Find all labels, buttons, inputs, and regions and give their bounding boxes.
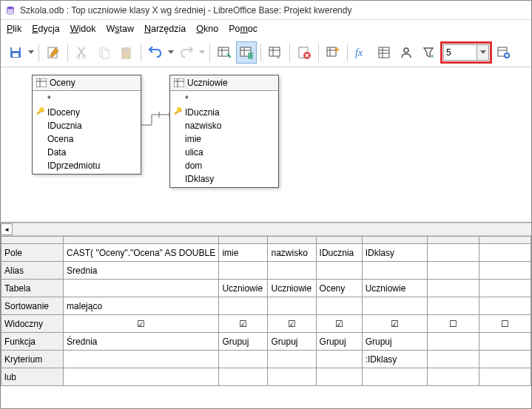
- cell-alias[interactable]: [316, 262, 362, 280]
- cell-tabela[interactable]: Uczniowie: [362, 280, 427, 297]
- cell-tabela[interactable]: [479, 280, 531, 297]
- cell-kryterium[interactable]: [316, 351, 362, 368]
- table-uczniowie-header[interactable]: Uczniowie: [170, 75, 278, 91]
- cell-pole[interactable]: IDklasy: [362, 244, 427, 262]
- horizontal-scrollbar[interactable]: ◄: [1, 223, 531, 236]
- query-props-button[interactable]: [494, 41, 514, 64]
- cell-tabela[interactable]: Oceny: [316, 280, 362, 297]
- run-query-button[interactable]: [214, 41, 235, 64]
- cell-kryterium[interactable]: [268, 351, 316, 368]
- cell-lub[interactable]: [64, 368, 219, 386]
- edit-button[interactable]: [43, 41, 64, 64]
- distinct-button[interactable]: [418, 41, 439, 64]
- field-star[interactable]: *: [33, 92, 141, 106]
- cut-button[interactable]: [72, 41, 92, 64]
- cell-funkcja[interactable]: Grupuj: [219, 333, 268, 351]
- clear-query-button[interactable]: [294, 41, 314, 64]
- field-imie[interactable]: imie: [170, 132, 278, 146]
- tables-view-button[interactable]: [374, 41, 394, 64]
- field-iducznia[interactable]: IDucznia: [170, 106, 278, 119]
- cell-kryterium[interactable]: [427, 351, 479, 368]
- col-header[interactable]: [64, 237, 219, 244]
- col-header[interactable]: [219, 237, 268, 244]
- add-table-button[interactable]: [323, 41, 343, 64]
- cell-visible[interactable]: ☑: [219, 315, 268, 333]
- cell-tabela[interactable]: Uczniowie: [268, 280, 316, 297]
- menu-plik[interactable]: Plik: [7, 24, 21, 34]
- join-line[interactable]: [141, 112, 171, 134]
- limit-input[interactable]: [443, 44, 477, 61]
- table-oceny-header[interactable]: Oceny: [33, 75, 141, 91]
- save-button[interactable]: [5, 41, 26, 64]
- cell-sort[interactable]: malejąco: [64, 297, 219, 315]
- cell-sort[interactable]: [219, 297, 268, 315]
- menu-wstaw[interactable]: Wstaw: [106, 24, 134, 34]
- paste-button[interactable]: [116, 41, 137, 64]
- cell-sort[interactable]: [268, 297, 316, 315]
- cell-pole[interactable]: nazwisko: [268, 244, 316, 262]
- cell-funkcja[interactable]: Grupuj: [362, 333, 427, 351]
- undo-dropdown[interactable]: [167, 41, 175, 64]
- cell-funkcja[interactable]: Grupuj: [316, 333, 362, 351]
- aliases-button[interactable]: [396, 41, 417, 64]
- cell-alias[interactable]: [362, 262, 427, 280]
- field-ulica[interactable]: ulica: [170, 146, 278, 159]
- field-idprzedmiotu[interactable]: IDprzedmiotu: [33, 159, 141, 172]
- sql-view-dd-button[interactable]: [265, 41, 286, 64]
- col-header[interactable]: [479, 237, 531, 244]
- field-nazwisko[interactable]: nazwisko: [170, 119, 278, 132]
- field-idklasy[interactable]: IDklasy: [170, 172, 278, 186]
- cell-kryterium[interactable]: [64, 351, 219, 368]
- menu-edycja[interactable]: Edycja: [32, 24, 60, 34]
- cell-sort[interactable]: [316, 297, 362, 315]
- menu-narzedzia[interactable]: Narzędzia: [144, 24, 186, 34]
- scroll-left-button[interactable]: ◄: [1, 223, 13, 235]
- design-view-button[interactable]: [236, 41, 257, 64]
- table-uczniowie[interactable]: Uczniowie * IDucznia nazwisko imie ulica…: [169, 75, 279, 188]
- cell-lub[interactable]: [268, 368, 316, 386]
- col-header[interactable]: [427, 237, 479, 244]
- field-dom[interactable]: dom: [170, 159, 278, 172]
- limit-dropdown[interactable]: [477, 44, 489, 61]
- menu-okno[interactable]: Okno: [196, 24, 218, 34]
- cell-lub[interactable]: [316, 368, 362, 386]
- col-header[interactable]: [316, 237, 362, 244]
- save-dropdown[interactable]: [27, 41, 35, 64]
- field-ocena[interactable]: Ocena: [33, 132, 141, 146]
- cell-tabela[interactable]: [427, 280, 479, 297]
- cell-alias[interactable]: Srednia: [64, 262, 219, 280]
- cell-kryterium[interactable]: :IDklasy: [362, 351, 427, 368]
- col-header[interactable]: [268, 237, 316, 244]
- cell-visible[interactable]: ☑: [316, 315, 362, 333]
- field-idoceny[interactable]: IDoceny: [33, 106, 141, 119]
- cell-lub[interactable]: [219, 368, 268, 386]
- cell-pole[interactable]: [427, 244, 479, 262]
- cell-funkcja[interactable]: Grupuj: [268, 333, 316, 351]
- cell-funkcja[interactable]: Średnia: [64, 333, 219, 351]
- cell-tabela[interactable]: [64, 280, 219, 297]
- cell-pole[interactable]: imie: [219, 244, 268, 262]
- cell-alias[interactable]: [479, 262, 531, 280]
- query-designer[interactable]: Oceny * IDoceny IDucznia Ocena Data IDpr…: [1, 67, 531, 223]
- menu-widok[interactable]: Widok: [70, 24, 96, 34]
- menu-pomoc[interactable]: Pomoc: [229, 24, 257, 34]
- cell-lub[interactable]: [427, 368, 479, 386]
- functions-button[interactable]: fx: [351, 41, 372, 64]
- cell-lub[interactable]: [362, 368, 427, 386]
- cell-visible[interactable]: ☑: [268, 315, 316, 333]
- field-iducznia[interactable]: IDucznia: [33, 119, 141, 132]
- col-header[interactable]: [362, 237, 427, 244]
- cell-tabela[interactable]: Uczniowie: [219, 280, 268, 297]
- table-oceny[interactable]: Oceny * IDoceny IDucznia Ocena Data IDpr…: [32, 75, 141, 175]
- cell-pole[interactable]: IDucznia: [316, 244, 362, 262]
- criteria-grid[interactable]: Pole CAST( "Oceny"."Ocena" AS DOUBLE ) i…: [1, 236, 531, 386]
- field-star[interactable]: *: [170, 92, 278, 106]
- cell-alias[interactable]: [219, 262, 268, 280]
- cell-alias[interactable]: [427, 262, 479, 280]
- redo-button[interactable]: [176, 41, 197, 64]
- cell-visible[interactable]: ☐: [427, 315, 479, 333]
- cell-funkcja[interactable]: [479, 333, 531, 351]
- cell-pole[interactable]: [479, 244, 531, 262]
- cell-sort[interactable]: [479, 297, 531, 315]
- undo-button[interactable]: [145, 41, 166, 64]
